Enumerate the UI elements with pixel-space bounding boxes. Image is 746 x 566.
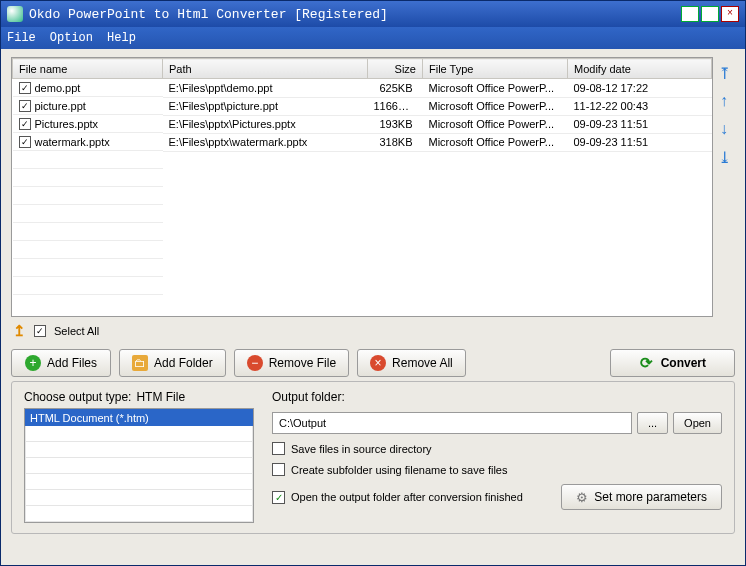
row-checkbox[interactable]: ✓ [19, 100, 31, 112]
move-down-icon[interactable]: ↓ [716, 121, 732, 137]
window-title: Okdo PowerPoint to Html Converter [Regis… [29, 7, 388, 22]
row-checkbox[interactable]: ✓ [19, 82, 31, 94]
cell-filename: watermark.pptx [35, 136, 110, 148]
cell-size: 1166KB [368, 97, 423, 115]
table-row[interactable]: ✓Pictures.pptxE:\Files\pptx\Pictures.ppt… [13, 115, 712, 133]
minimize-button[interactable]: _ [681, 6, 699, 22]
x-icon: × [370, 355, 386, 371]
table-row [13, 259, 712, 277]
select-all-checkbox[interactable]: ✓ [34, 325, 46, 337]
maximize-button[interactable]: □ [701, 6, 719, 22]
open-folder-button[interactable]: Open [673, 412, 722, 434]
table-row[interactable]: ✓watermark.pptxE:\Files\pptx\watermark.p… [13, 133, 712, 151]
output-folder-input[interactable] [272, 412, 632, 434]
cell-path: E:\Files\ppt\picture.ppt [163, 97, 368, 115]
browse-button[interactable]: ... [637, 412, 668, 434]
table-row [13, 151, 712, 169]
move-up-icon[interactable]: ↑ [716, 93, 732, 109]
close-button[interactable]: × [721, 6, 739, 22]
open-after-checkbox[interactable]: ✓ [272, 491, 285, 504]
cell-date: 11-12-22 00:43 [568, 97, 712, 115]
output-panel: Choose output type: HTM File HTML Docume… [11, 381, 735, 534]
add-files-button[interactable]: +Add Files [11, 349, 111, 377]
content-area: File name Path Size File Type Modify dat… [1, 49, 745, 565]
cell-date: 09-09-23 11:51 [568, 115, 712, 133]
reorder-controls: ⤒ ↑ ↓ ⤓ [713, 57, 735, 317]
output-type-list[interactable]: HTML Document (*.htm) [24, 408, 254, 523]
set-more-button[interactable]: ⚙Set more parameters [561, 484, 722, 510]
table-row [13, 169, 712, 187]
row-checkbox[interactable]: ✓ [19, 118, 31, 130]
file-grid[interactable]: File name Path Size File Type Modify dat… [11, 57, 713, 317]
row-checkbox[interactable]: ✓ [19, 136, 31, 148]
cell-path: E:\Files\pptx\watermark.pptx [163, 133, 368, 151]
cell-path: E:\Files\ppt\demo.ppt [163, 79, 368, 98]
plus-icon: + [25, 355, 41, 371]
cell-size: 193KB [368, 115, 423, 133]
select-all-label: Select All [54, 325, 99, 337]
app-window: Okdo PowerPoint to Html Converter [Regis… [0, 0, 746, 566]
col-path[interactable]: Path [163, 59, 368, 79]
cell-date: 09-08-12 17:22 [568, 79, 712, 98]
up-level-icon[interactable]: ↥ [13, 322, 26, 340]
create-subfolder-checkbox[interactable] [272, 463, 285, 476]
move-top-icon[interactable]: ⤒ [716, 65, 732, 81]
output-type-label: Choose output type: [24, 390, 131, 404]
cell-size: 318KB [368, 133, 423, 151]
cell-type: Microsoft Office PowerP... [423, 133, 568, 151]
cell-size: 625KB [368, 79, 423, 98]
table-row[interactable]: ✓demo.pptE:\Files\ppt\demo.ppt625KBMicro… [13, 79, 712, 98]
save-source-label: Save files in source directory [291, 443, 432, 455]
col-size[interactable]: Size [368, 59, 423, 79]
menu-help[interactable]: Help [107, 31, 136, 45]
output-folder-label: Output folder: [272, 390, 722, 404]
titlebar: Okdo PowerPoint to Html Converter [Regis… [1, 1, 745, 27]
cell-type: Microsoft Office PowerP... [423, 115, 568, 133]
save-source-checkbox[interactable] [272, 442, 285, 455]
minus-icon: − [247, 355, 263, 371]
gear-icon: ⚙ [576, 490, 588, 505]
col-date[interactable]: Modify date [568, 59, 712, 79]
col-type[interactable]: File Type [423, 59, 568, 79]
table-row [13, 241, 712, 259]
folder-icon: 🗀 [132, 355, 148, 371]
open-after-label: Open the output folder after conversion … [291, 491, 523, 503]
convert-button[interactable]: ⟳Convert [610, 349, 735, 377]
add-folder-button[interactable]: 🗀Add Folder [119, 349, 226, 377]
list-item: HTML Document (*.htm) [26, 410, 253, 426]
cell-filename: Pictures.pptx [35, 118, 99, 130]
table-row [13, 223, 712, 241]
remove-all-button[interactable]: ×Remove All [357, 349, 466, 377]
cell-path: E:\Files\pptx\Pictures.pptx [163, 115, 368, 133]
table-row [13, 205, 712, 223]
create-subfolder-label: Create subfolder using filename to save … [291, 464, 507, 476]
move-bottom-icon[interactable]: ⤓ [716, 149, 732, 165]
cell-type: Microsoft Office PowerP... [423, 79, 568, 98]
col-filename[interactable]: File name [13, 59, 163, 79]
cell-filename: picture.ppt [35, 100, 86, 112]
table-row [13, 187, 712, 205]
table-row [13, 277, 712, 295]
menubar: File Option Help [1, 27, 745, 49]
convert-icon: ⟳ [639, 355, 655, 371]
app-icon [7, 6, 23, 22]
menu-option[interactable]: Option [50, 31, 93, 45]
menu-file[interactable]: File [7, 31, 36, 45]
cell-type: Microsoft Office PowerP... [423, 97, 568, 115]
table-row[interactable]: ✓picture.pptE:\Files\ppt\picture.ppt1166… [13, 97, 712, 115]
cell-date: 09-09-23 11:51 [568, 133, 712, 151]
output-type-current: HTM File [136, 390, 185, 404]
cell-filename: demo.ppt [35, 82, 81, 94]
remove-file-button[interactable]: −Remove File [234, 349, 349, 377]
